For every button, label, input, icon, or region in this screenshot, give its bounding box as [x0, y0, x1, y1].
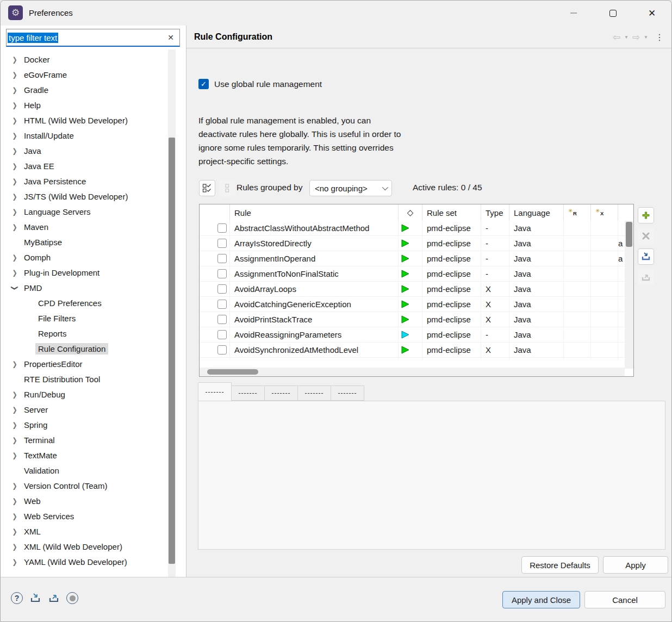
chevron-down-icon[interactable]: ❯: [11, 283, 19, 292]
sidebar-item-egovframe[interactable]: ❯eGovFrame: [1, 67, 186, 82]
add-rule-button[interactable]: [638, 207, 654, 223]
table-row[interactable]: ArrayIsStoredDirectlypmd-eclipse-Javaa: [200, 236, 625, 251]
rule-checkbox[interactable]: [217, 269, 227, 278]
cancel-button[interactable]: Cancel: [584, 591, 665, 608]
back-history-dropdown-icon[interactable]: ▼: [624, 35, 629, 40]
sidebar-item-xml[interactable]: ❯XML: [1, 524, 186, 539]
chevron-right-icon[interactable]: ❯: [10, 147, 19, 155]
chevron-right-icon[interactable]: ❯: [10, 86, 19, 94]
sidebar-item-validation[interactable]: Validation: [1, 463, 186, 478]
sidebar-item-plug-in-development[interactable]: ❯Plug-in Development: [1, 265, 186, 280]
sidebar-item-reports[interactable]: Reports: [1, 326, 186, 341]
sidebar-item-java[interactable]: ❯Java: [1, 143, 186, 158]
rule-detail-tab-5[interactable]: -------: [331, 385, 364, 401]
chevron-right-icon[interactable]: ❯: [10, 101, 19, 109]
chevron-right-icon[interactable]: ❯: [10, 421, 19, 429]
sidebar-item-terminal[interactable]: ❯Terminal: [1, 432, 186, 447]
table-row-partial[interactable]: [200, 358, 625, 360]
sidebar-item-version-control-team[interactable]: ❯Version Control (Team): [1, 478, 186, 493]
chevron-right-icon[interactable]: ❯: [10, 451, 19, 459]
restore-defaults-button[interactable]: Restore Defaults: [521, 556, 599, 574]
close-button[interactable]: ✕: [632, 1, 671, 26]
sidebar-item-maven[interactable]: ❯Maven: [1, 219, 186, 234]
apply-and-close-button[interactable]: Apply and Close: [502, 591, 580, 608]
header-priority-diamond-icon[interactable]: ◇: [399, 204, 422, 221]
sidebar-item-propertieseditor[interactable]: ❯PropertiesEditor: [1, 356, 186, 371]
chevron-right-icon[interactable]: ❯: [10, 71, 19, 79]
apply-button[interactable]: Apply: [603, 556, 668, 574]
rule-checkbox[interactable]: [217, 239, 227, 248]
rule-checkbox[interactable]: [217, 330, 227, 339]
use-global-rule-management-checkbox[interactable]: ✓: [198, 79, 209, 89]
table-row[interactable]: AvoidCatchingGenericExceptionpmd-eclipse…: [200, 297, 625, 312]
chevron-right-icon[interactable]: ❯: [10, 527, 19, 536]
rule-checkbox[interactable]: [217, 315, 227, 324]
sidebar-item-textmate[interactable]: ❯TextMate: [1, 447, 186, 463]
sidebar-item-yaml-wild-web-developer[interactable]: ❯YAML (Wild Web Developer): [1, 554, 186, 569]
rule-detail-tab-1[interactable]: -------: [198, 382, 232, 401]
sidebar-item-run-debug[interactable]: ❯Run/Debug: [1, 387, 186, 402]
sidebar-item-language-servers[interactable]: ❯Language Servers: [1, 204, 186, 219]
table-row[interactable]: AssignmentInOperandpmd-eclipse-Javaa: [200, 251, 625, 266]
chevron-right-icon[interactable]: ❯: [10, 390, 19, 399]
chevron-right-icon[interactable]: ❯: [10, 558, 19, 566]
import-preferences-button[interactable]: [29, 592, 42, 605]
chevron-right-icon[interactable]: ❯: [10, 162, 19, 170]
sidebar-item-java-persistence[interactable]: ❯Java Persistence: [1, 173, 186, 189]
chevron-right-icon[interactable]: ❯: [10, 543, 19, 551]
chevron-right-icon[interactable]: ❯: [10, 482, 19, 490]
sidebar-item-html-wild-web-developer[interactable]: ❯HTML (Wild Web Developer): [1, 113, 186, 128]
sidebar-item-oomph[interactable]: ❯Oomph: [1, 250, 186, 265]
table-row[interactable]: AbstractClassWithoutAbstractMethodpmd-ec…: [200, 221, 625, 236]
grouping-dropdown[interactable]: <no grouping>: [309, 180, 392, 196]
back-arrow-icon[interactable]: ⇦: [613, 32, 620, 43]
rule-checkbox[interactable]: [217, 345, 227, 354]
preference-recorder-button[interactable]: [66, 592, 79, 605]
minimize-button[interactable]: [554, 1, 593, 26]
chevron-right-icon[interactable]: ❯: [10, 360, 19, 368]
header-xpath-icon[interactable]: ✳X: [591, 204, 618, 221]
sidebar-item-rte-distribution-tool[interactable]: RTE Distribution Tool: [1, 371, 186, 387]
sidebar-item-js-ts-wild-web-developer[interactable]: ❯JS/TS (Wild Web Developer): [1, 189, 186, 204]
chevron-right-icon[interactable]: ❯: [10, 253, 19, 262]
table-row[interactable]: AvoidArrayLoopspmd-eclipseXJava: [200, 282, 625, 297]
chevron-right-icon[interactable]: ❯: [10, 436, 19, 444]
table-row[interactable]: AvoidPrintStackTracepmd-eclipseXJava: [200, 312, 625, 327]
table-row[interactable]: AvoidReassigningParameterspmd-eclipse-Ja…: [200, 327, 625, 343]
chevron-right-icon[interactable]: ❯: [10, 177, 19, 185]
forward-arrow-icon[interactable]: ⇨: [632, 32, 640, 43]
sidebar-item-web-services[interactable]: ❯Web Services: [1, 508, 186, 524]
sidebar-item-spring[interactable]: ❯Spring: [1, 417, 186, 432]
chevron-right-icon[interactable]: ❯: [10, 497, 19, 505]
rule-checkbox[interactable]: [217, 254, 227, 263]
sidebar-item-help[interactable]: ❯Help: [1, 97, 186, 113]
chevron-right-icon[interactable]: ❯: [10, 132, 19, 140]
maximize-button[interactable]: [593, 1, 632, 26]
sidebar-item-server[interactable]: ❯Server: [1, 402, 186, 417]
header-type[interactable]: Type: [481, 204, 509, 221]
header-rule[interactable]: Rule: [230, 204, 399, 221]
sidebar-scrollbar-thumb[interactable]: [169, 138, 175, 564]
rule-detail-tab-3[interactable]: -------: [265, 385, 298, 401]
sidebar-item-web[interactable]: ❯Web: [1, 493, 186, 508]
chevron-right-icon[interactable]: ❯: [10, 55, 19, 64]
chevron-right-icon[interactable]: ❯: [10, 512, 19, 520]
header-rule-set[interactable]: Rule set: [422, 204, 481, 221]
rule-checkbox[interactable]: [217, 300, 227, 309]
chevron-right-icon[interactable]: ❯: [10, 406, 19, 414]
table-horizontal-scrollbar-thumb[interactable]: [207, 369, 258, 375]
sidebar-scrollbar[interactable]: [168, 49, 176, 577]
rule-detail-tab-4[interactable]: -------: [298, 385, 331, 401]
table-row[interactable]: AvoidSynchronizedAtMethodLevelpmd-eclips…: [200, 343, 625, 358]
filter-input[interactable]: type filter text ✕: [6, 29, 180, 47]
rule-checkbox[interactable]: [217, 223, 227, 233]
help-button[interactable]: ?: [10, 592, 23, 605]
sidebar-item-mybatipse[interactable]: MyBatipse: [1, 234, 186, 250]
sidebar-item-docker[interactable]: ❯Docker: [1, 52, 186, 67]
sidebar-item-cpd-preferences[interactable]: CPD Preferences: [1, 295, 186, 310]
sidebar-item-gradle[interactable]: ❯Gradle: [1, 82, 186, 97]
header-rule-reference-icon[interactable]: ✳R: [564, 204, 591, 221]
header-language[interactable]: Language: [509, 204, 564, 221]
table-vertical-scrollbar-thumb[interactable]: [626, 222, 632, 247]
sidebar-item-rule-configuration[interactable]: Rule Configuration: [1, 341, 186, 356]
